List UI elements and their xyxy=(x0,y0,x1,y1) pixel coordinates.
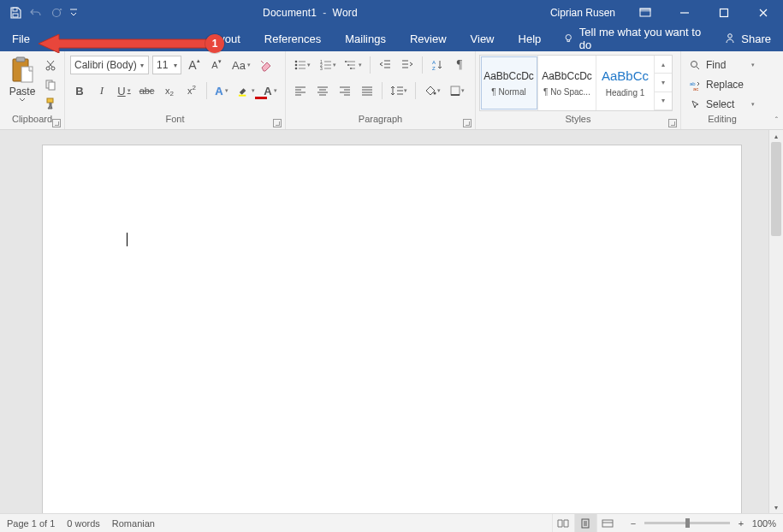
scroll-up-icon[interactable]: ▴ xyxy=(769,130,783,142)
ribbon-display-options-button[interactable] xyxy=(626,0,665,26)
show-hide-marks-button[interactable]: ¶ xyxy=(450,56,469,74)
shading-button[interactable]: ▾ xyxy=(421,81,443,100)
tab-view[interactable]: View xyxy=(459,26,507,51)
group-label-styles: Styles xyxy=(566,114,591,124)
save-button[interactable] xyxy=(5,0,26,26)
redo-button[interactable] xyxy=(46,0,67,26)
zoom-slider-thumb[interactable] xyxy=(685,518,690,528)
svg-point-6 xyxy=(566,35,571,40)
borders-button[interactable]: ▾ xyxy=(447,81,467,100)
gallery-up-icon[interactable]: ▴ xyxy=(655,56,672,74)
read-mode-button[interactable] xyxy=(552,514,574,533)
page[interactable] xyxy=(43,145,741,513)
paste-button[interactable]: Paste xyxy=(5,55,39,103)
clear-formatting-button[interactable] xyxy=(257,56,276,74)
zoom-slider[interactable] xyxy=(644,522,730,524)
minimize-button[interactable] xyxy=(665,0,704,26)
change-case-button[interactable]: Aa▾ xyxy=(229,56,253,74)
bold-button[interactable]: B xyxy=(70,81,89,100)
zoom-out-button[interactable]: − xyxy=(627,518,639,529)
group-label-font: Font xyxy=(165,114,184,124)
strikethrough-button[interactable]: abc xyxy=(137,81,157,100)
style-normal[interactable]: AaBbCcDc ¶ Normal xyxy=(480,56,538,110)
tell-me-search[interactable]: Tell me what you want to do xyxy=(553,26,712,51)
superscript-button[interactable]: x2 xyxy=(182,81,201,100)
text-effects-button[interactable]: A▾ xyxy=(212,81,231,100)
select-button[interactable]: Select▾ xyxy=(686,96,758,113)
paragraph-dialog-launcher[interactable] xyxy=(463,119,472,127)
zoom-in-button[interactable]: + xyxy=(735,518,747,529)
font-size-combo[interactable]: 11▾ xyxy=(152,56,181,74)
svg-text:ac: ac xyxy=(693,86,698,91)
style-heading-1[interactable]: AaBbCc Heading 1 xyxy=(596,56,655,110)
grow-font-button[interactable]: A▴ xyxy=(185,56,204,74)
underline-button[interactable]: U▾ xyxy=(115,81,133,100)
sort-button[interactable]: AZ xyxy=(428,56,447,74)
justify-button[interactable] xyxy=(358,81,377,100)
align-right-button[interactable] xyxy=(335,81,354,100)
subscript-button[interactable]: x2 xyxy=(160,81,179,100)
font-dialog-launcher[interactable] xyxy=(273,119,282,127)
vertical-scrollbar[interactable]: ▴ ▾ xyxy=(768,130,783,513)
tab-mailings[interactable]: Mailings xyxy=(333,26,398,51)
numbering-button[interactable]: 123▾ xyxy=(317,56,339,74)
maximize-button[interactable] xyxy=(704,0,744,26)
clipboard-dialog-launcher[interactable] xyxy=(52,119,61,127)
title-bar: Document1 - Word Ciprian Rusen xyxy=(0,0,783,26)
svg-point-2 xyxy=(53,9,61,17)
tab-review[interactable]: Review xyxy=(398,26,459,51)
gallery-down-icon[interactable]: ▾ xyxy=(655,74,672,92)
style-no-spacing[interactable]: AaBbCcDc ¶ No Spac... xyxy=(538,56,596,110)
svg-point-28 xyxy=(434,92,436,95)
zoom-control: − + 100% xyxy=(627,518,776,529)
status-bar: Page 1 of 1 0 words Romanian − + 100% xyxy=(0,513,783,532)
web-layout-button[interactable] xyxy=(596,514,619,533)
signed-in-user[interactable]: Ciprian Rusen xyxy=(540,7,626,19)
status-word-count[interactable]: 0 words xyxy=(67,518,100,529)
view-buttons xyxy=(552,514,619,533)
tab-references[interactable]: References xyxy=(252,26,333,51)
decrease-indent-button[interactable] xyxy=(376,56,394,74)
svg-rect-15 xyxy=(47,98,53,103)
collapse-ribbon-button[interactable]: ˆ xyxy=(775,116,778,126)
lightbulb-icon xyxy=(563,33,574,44)
bullets-button[interactable]: ▾ xyxy=(291,56,313,74)
increase-indent-button[interactable] xyxy=(398,56,417,74)
svg-text:A: A xyxy=(432,60,436,65)
window-title: Document1 - Word xyxy=(80,7,540,19)
close-button[interactable] xyxy=(744,0,783,26)
svg-rect-14 xyxy=(49,82,55,90)
qat-customize-button[interactable] xyxy=(67,0,80,26)
gallery-more-icon[interactable]: ▾ xyxy=(655,92,672,110)
styles-gallery[interactable]: AaBbCcDc ¶ Normal AaBbCcDc ¶ No Spac... … xyxy=(479,55,673,111)
styles-dialog-launcher[interactable] xyxy=(668,119,677,127)
undo-button[interactable] xyxy=(26,0,46,26)
cut-button[interactable] xyxy=(43,58,58,74)
share-button[interactable]: Share xyxy=(712,26,783,51)
format-painter-button[interactable] xyxy=(43,96,58,111)
zoom-percent[interactable]: 100% xyxy=(752,518,776,529)
tab-help[interactable]: Help xyxy=(507,26,554,51)
document-viewport[interactable]: ▴ ▾ xyxy=(0,130,783,513)
styles-gallery-scroll[interactable]: ▴ ▾ ▾ xyxy=(655,56,672,110)
status-language[interactable]: Romanian xyxy=(112,518,155,529)
shrink-font-button[interactable]: A▾ xyxy=(207,56,226,74)
ribbon-tabs: File ayout References Mailings Review Vi… xyxy=(0,26,783,51)
line-spacing-button[interactable]: ▾ xyxy=(388,81,410,100)
tab-file[interactable]: File xyxy=(0,26,42,51)
svg-point-18 xyxy=(295,64,298,67)
multilevel-list-button[interactable]: ▾ xyxy=(342,56,365,74)
highlight-button[interactable]: ▾ xyxy=(234,81,258,100)
align-left-button[interactable] xyxy=(291,81,310,100)
status-page[interactable]: Page 1 of 1 xyxy=(7,518,55,529)
align-center-button[interactable] xyxy=(313,81,332,100)
replace-button[interactable]: abac Replace xyxy=(686,76,758,93)
font-name-combo[interactable]: Calibri (Body)▾ xyxy=(70,56,149,74)
italic-button[interactable]: I xyxy=(92,81,111,100)
copy-button[interactable] xyxy=(43,77,58,92)
font-color-button[interactable]: A▾ xyxy=(261,81,280,100)
print-layout-button[interactable] xyxy=(574,514,596,533)
find-button[interactable]: Find▾ xyxy=(686,56,758,74)
scroll-down-icon[interactable]: ▾ xyxy=(769,501,783,513)
scrollbar-thumb[interactable] xyxy=(771,142,781,236)
